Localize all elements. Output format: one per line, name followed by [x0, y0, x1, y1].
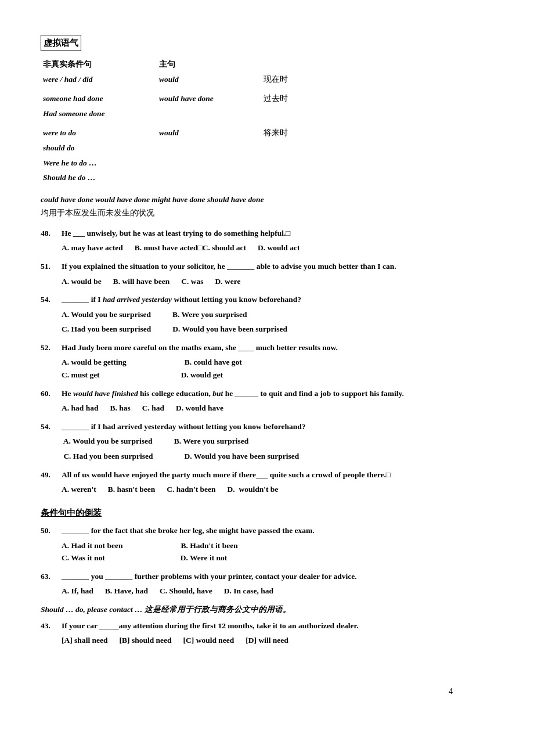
col2-header: 主句 [157, 57, 261, 72]
q63-optD: D. In case, had [224, 585, 273, 597]
sub-section-title: 条件句中的倒装 [41, 506, 493, 520]
q52-stem: 52. Had Judy been more careful on the ma… [41, 341, 493, 354]
q63-optA: A. If, had [62, 585, 93, 597]
question-49: 49. All of us would have enjoyed the par… [41, 469, 493, 496]
q52-num: 52. [41, 341, 62, 354]
modal-line: could have done would have done might ha… [41, 193, 493, 206]
q51-optA: A. would be [62, 275, 102, 288]
q63-options: A. If, had B. Have, had C. Should, have … [41, 585, 493, 597]
question-54a: 54. _______ if I had arrived yesterday w… [41, 293, 493, 336]
grammar-row3b: should do [41, 141, 157, 156]
q52-optD: D. would get [181, 369, 223, 381]
q63-optC: C. Should, have [160, 585, 212, 597]
q43-optB: [B] should need [120, 634, 172, 647]
page-number: 4 [449, 685, 453, 698]
q49-options: A. weren't B. hasn't been C. hadn't been… [41, 483, 493, 496]
q50-optA: A. Had it not been [62, 539, 122, 552]
q60-num: 60. [41, 387, 62, 400]
q51-num: 51. [41, 260, 62, 273]
q63-text: _______ you _______ further problems wit… [62, 570, 493, 583]
q52-options2: C. must get D. would get [41, 369, 493, 381]
q49-optD: D. wouldn't be [228, 483, 279, 496]
q50-num: 50. [41, 524, 62, 537]
grammar-row3-col3: 将来时 [261, 125, 300, 141]
grammar-row2-col3: 过去时 [261, 91, 300, 106]
q43-options: [A] shall need [B] should need [C] would… [41, 634, 493, 647]
question-60: 60. He would have finished his college e… [41, 387, 493, 415]
q50-optC: C. Was it not [62, 552, 105, 564]
modal-chinese: 均用于本应发生而未发生的状况 [41, 207, 493, 219]
grammar-row3c: Were he to do … [41, 156, 157, 171]
q54b-num: 54. [41, 420, 62, 433]
grammar-row2b-col1: Had someone done [41, 106, 157, 121]
q51-stem: 51. If you explained the situation to yo… [41, 260, 493, 273]
q49-optA: A. weren't [62, 483, 96, 496]
q63-num: 63. [41, 570, 62, 583]
q60-options: A. had had B. has C. had D. would have [41, 402, 493, 415]
q43-optC: [C] would need [183, 634, 234, 647]
q50-optB: B. Hadn't it been [181, 539, 237, 552]
q50-text: _______ for the fact that she broke her … [62, 524, 493, 537]
grammar-row1-col1: were / had / did [41, 72, 157, 87]
grammar-row2-col2: would have done [157, 91, 261, 106]
q50-options2: C. Was it not D. Were it not [41, 552, 493, 564]
q48-optD: D. would act [258, 242, 300, 254]
q54b-stem: 54. _______ if I had arrived yesterday w… [41, 420, 493, 433]
question-50: 50. _______ for the fact that she broke … [41, 524, 493, 564]
q51-optD: D. were [215, 275, 240, 288]
q60-optC: C. had [142, 402, 164, 415]
q48-text: He ___ unwisely, but he was at least try… [62, 227, 493, 240]
q54b-optionsA: A. Would you be surprised B. Were you su… [41, 435, 493, 448]
q49-text: All of us would have enjoyed the party m… [62, 469, 493, 481]
col3-header [261, 57, 300, 72]
q48-optA: A. may have acted [62, 242, 123, 254]
grammar-row1-col3: 现在时 [261, 72, 300, 87]
q50-options: A. Had it not been B. Hadn't it been [41, 539, 493, 552]
q48-options: A. may have acted B. must have acted□C. … [41, 242, 493, 254]
q51-optB: B. will have been [113, 275, 170, 288]
q54a-text: _______ if I had arrived yesterday witho… [62, 293, 493, 306]
grammar-row3-col2: would [157, 125, 261, 141]
question-63: 63. _______ you _______ further problems… [41, 570, 493, 597]
q63-optB: B. Have, had [105, 585, 148, 597]
grammar-row3d: Should he do … [41, 170, 157, 185]
grammar-row1-col2: would [157, 72, 261, 87]
q49-num: 49. [41, 469, 62, 481]
q51-optC: C. was [181, 275, 203, 288]
should-note: Should … do, please contact … 这是经常用于行政与商… [41, 603, 493, 616]
q48-optB: B. must have acted□C. should act [135, 242, 246, 254]
q49-optC: C. hadn't been [167, 483, 215, 496]
q43-optA: [A] shall need [62, 634, 108, 647]
grammar-row2-col1: someone had done [41, 91, 157, 106]
q50-optD: D. Were it not [181, 552, 228, 564]
q52-optB: B. could have got [185, 356, 242, 369]
q54a-stem: 54. _______ if I had arrived yesterday w… [41, 293, 493, 306]
q51-options: A. would be B. will have been C. was D. … [41, 275, 493, 288]
q60-stem: 60. He would have finished his college e… [41, 387, 493, 400]
grammar-table: 非真实条件句 主句 were / had / did would 现在时 som… [41, 57, 493, 185]
q52-optC: C. must get [62, 369, 100, 381]
q48-stem: 48. He ___ unwisely, but he was at least… [41, 227, 493, 240]
q60-optB: B. has [110, 402, 130, 415]
q52-optA: A. would be getting [62, 356, 127, 369]
q63-stem: 63. _______ you _______ further problems… [41, 570, 493, 583]
q52-text: Had Judy been more careful on the maths … [62, 341, 493, 354]
q54b-text: _______ if I had arrived yesterday witho… [62, 420, 493, 433]
q54a-num: 54. [41, 293, 62, 306]
q60-text: He would have finished his college educa… [62, 387, 493, 400]
question-51: 51. If you explained the situation to yo… [41, 260, 493, 287]
q49-optB: B. hasn't been [108, 483, 155, 496]
q51-text: If you explained the situation to your s… [62, 260, 493, 273]
q54a-optionsA: A. Would you be surprised B. Were you su… [41, 308, 493, 321]
q60-optA: A. had had [62, 402, 98, 415]
question-43: 43. If your car _____any attention durin… [41, 620, 493, 647]
question-48: 48. He ___ unwisely, but he was at least… [41, 227, 493, 254]
q52-options: A. would be getting B. could have got [41, 356, 493, 369]
q43-num: 43. [41, 620, 62, 632]
q60-optD: D. would have [176, 402, 223, 415]
col1-header: 非真实条件句 [41, 57, 157, 72]
q49-stem: 49. All of us would have enjoyed the par… [41, 469, 493, 481]
q54a-optionsB: C. Had you been surprised D. Would you h… [41, 323, 493, 336]
q43-stem: 43. If your car _____any attention durin… [41, 620, 493, 632]
q43-optD: [D] will need [246, 634, 288, 647]
